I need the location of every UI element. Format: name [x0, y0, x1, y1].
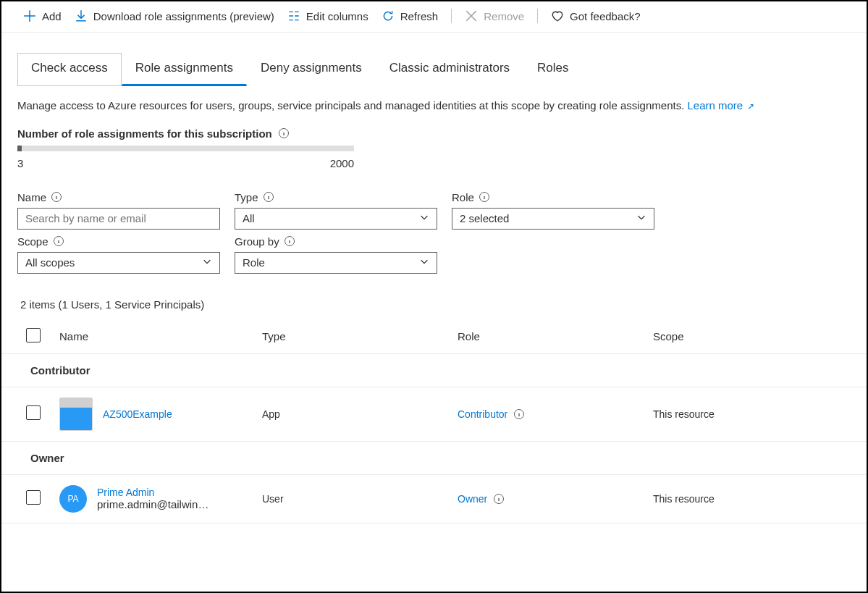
role-value: 2 selected	[460, 212, 509, 224]
filter-role: Role 2 selected	[452, 191, 654, 274]
tab-roles[interactable]: Roles	[523, 53, 582, 86]
external-link-icon: ↗	[744, 101, 754, 112]
groupby-select[interactable]: Role	[235, 252, 437, 274]
info-icon[interactable]	[278, 127, 290, 139]
row-role-link[interactable]: Contributor	[458, 408, 507, 420]
table-header: Name Type Role Scope	[1, 319, 867, 354]
info-icon[interactable]	[493, 493, 505, 505]
row-type: App	[262, 408, 458, 420]
chevron-down-icon	[202, 256, 212, 269]
refresh-icon	[382, 9, 395, 22]
row-scope: This resource	[653, 493, 851, 505]
group-header: Owner	[1, 442, 867, 475]
add-button[interactable]: Add	[23, 9, 62, 22]
info-icon[interactable]	[284, 235, 295, 247]
row-role-link[interactable]: Owner	[458, 493, 487, 505]
filter-type-label: Type	[235, 191, 437, 203]
info-icon[interactable]	[53, 235, 64, 247]
filters: Name Scope All scopes Type All	[1, 169, 867, 279]
row-scope: This resource	[653, 408, 851, 420]
feedback-button[interactable]: Got feedback?	[551, 9, 641, 22]
scope-label-text: Scope	[17, 235, 49, 248]
col-role-header[interactable]: Role	[458, 330, 653, 342]
filter-scope-label: Scope	[17, 235, 220, 248]
role-label-text: Role	[452, 191, 474, 203]
tab-classic-admins[interactable]: Classic administrators	[376, 53, 523, 86]
learn-more-link[interactable]: Learn more ↗	[687, 99, 754, 112]
group-header: Contributor	[1, 354, 867, 387]
separator	[451, 9, 452, 23]
refresh-button[interactable]: Refresh	[382, 9, 439, 22]
tab-deny-assignments[interactable]: Deny assignments	[247, 53, 376, 86]
progress-max: 2000	[330, 157, 354, 169]
row-type: User	[262, 493, 458, 505]
edit-columns-label: Edit columns	[306, 10, 368, 22]
chevron-down-icon	[636, 212, 646, 224]
search-input[interactable]	[25, 212, 212, 224]
progress-bar	[17, 146, 354, 151]
row-email: prime.admin@tailwin…	[97, 498, 208, 510]
heart-icon	[551, 9, 564, 22]
filter-type: Type All Group by Role	[235, 191, 437, 274]
search-input-wrap[interactable]	[17, 208, 220, 230]
table-row[interactable]: AZ500Example App Contributor This resour…	[1, 387, 867, 442]
name-label-text: Name	[17, 191, 46, 203]
toolbar: Add Download role assignments (preview) …	[1, 1, 867, 33]
row-name-link[interactable]: Prime Admin	[97, 487, 208, 498]
filter-name: Name Scope All scopes	[17, 191, 220, 274]
description-text: Manage access to Azure resources for use…	[17, 99, 687, 112]
refresh-label: Refresh	[400, 10, 439, 22]
info-icon[interactable]	[513, 408, 525, 420]
progress-labels: 3 2000	[17, 151, 354, 169]
table-row[interactable]: PA Prime Admin prime.admin@tailwin… User…	[1, 475, 867, 523]
add-label: Add	[42, 10, 62, 22]
info-icon[interactable]	[263, 191, 274, 203]
user-avatar: PA	[59, 485, 87, 513]
col-name-header[interactable]: Name	[59, 330, 262, 342]
remove-label: Remove	[484, 10, 524, 22]
type-select[interactable]: All	[235, 208, 437, 230]
assignments-table: Name Type Role Scope Contributor AZ500Ex…	[1, 319, 867, 523]
download-button[interactable]: Download role assignments (preview)	[75, 9, 274, 22]
select-all-checkbox[interactable]	[26, 328, 41, 342]
remove-button: Remove	[465, 9, 524, 22]
progress-fill	[17, 146, 22, 151]
filter-groupby-label: Group by	[235, 235, 437, 248]
filter-role-label: Role	[452, 191, 654, 203]
separator	[537, 9, 538, 23]
progress-current: 3	[17, 157, 23, 169]
stats-label: Number of role assignments for this subs…	[1, 114, 867, 143]
type-label-text: Type	[235, 191, 258, 203]
description: Manage access to Azure resources for use…	[1, 86, 867, 114]
filter-name-label: Name	[17, 191, 220, 203]
plus-icon	[23, 9, 36, 22]
chevron-down-icon	[419, 256, 429, 269]
info-icon[interactable]	[51, 191, 62, 203]
chevron-down-icon	[419, 212, 429, 224]
groupby-value: Role	[243, 256, 265, 269]
col-scope-header[interactable]: Scope	[653, 330, 851, 342]
items-summary: 2 items (1 Users, 1 Service Principals)	[1, 279, 867, 319]
row-name-link[interactable]: AZ500Example	[103, 408, 172, 420]
download-label: Download role assignments (preview)	[93, 10, 274, 22]
edit-columns-button[interactable]: Edit columns	[287, 9, 368, 22]
stats-label-text: Number of role assignments for this subs…	[17, 127, 272, 140]
close-icon	[465, 9, 478, 22]
app-icon	[59, 398, 93, 431]
learn-more-label: Learn more	[687, 99, 743, 112]
tab-role-assignments[interactable]: Role assignments	[122, 53, 247, 86]
columns-icon	[287, 9, 300, 22]
feedback-label: Got feedback?	[570, 10, 641, 22]
scope-select[interactable]: All scopes	[17, 252, 220, 274]
scope-value: All scopes	[25, 256, 75, 269]
progress-bar-wrap: 3 2000	[1, 143, 867, 169]
col-type-header[interactable]: Type	[262, 330, 458, 342]
groupby-label-text: Group by	[235, 235, 279, 248]
tabs: Check access Role assignments Deny assig…	[1, 33, 867, 86]
download-icon	[75, 9, 88, 22]
role-select[interactable]: 2 selected	[452, 208, 654, 230]
row-checkbox[interactable]	[26, 490, 41, 505]
tab-check-access[interactable]: Check access	[17, 53, 122, 86]
row-checkbox[interactable]	[26, 405, 41, 420]
info-icon[interactable]	[479, 191, 490, 203]
